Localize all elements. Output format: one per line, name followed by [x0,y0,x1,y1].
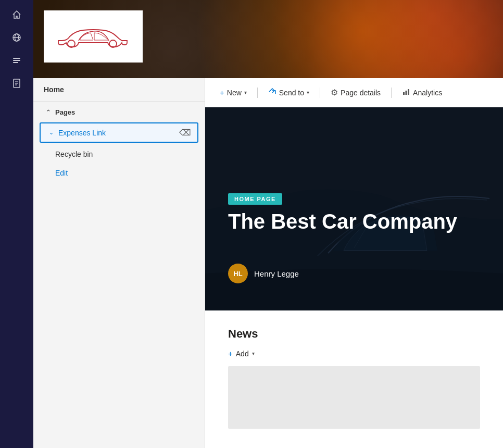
logo-svg [52,21,135,52]
svg-rect-12 [403,92,405,95]
nav-home-icon[interactable] [6,4,27,25]
hero-banner: HOME PAGE The Best Car Company HL Henry … [205,107,503,310]
add-chevron-icon: ▾ [252,351,255,356]
toolbar-divider-3 [391,88,392,98]
recycle-bin-link[interactable]: Recycle bin [33,145,205,164]
svg-point-10 [68,40,75,47]
svg-rect-14 [408,89,409,95]
expenses-link-label: Expenses Link [58,129,106,137]
chevron-up-icon[interactable]: ⌃ [44,108,52,116]
hero-badge: HOME PAGE [228,193,282,205]
expenses-link-item[interactable]: ⌄ Expenses Link ⌫ [40,122,198,143]
svg-rect-13 [406,91,407,95]
send-to-chevron-icon: ▾ [307,90,309,95]
nav-bar [0,0,33,448]
new-button[interactable]: + New ▾ [213,85,253,100]
news-section: News + Add ▾ [205,310,503,437]
main-area: Home ⌃ Pages ⌄ Expenses Link ⌫ Recycle b… [33,0,503,448]
site-header [33,0,503,78]
nav-feed-icon[interactable] [6,50,27,71]
new-chevron-icon: ▾ [244,90,247,95]
plus-icon: + [220,88,224,97]
svg-point-11 [109,40,117,47]
site-logo-box [44,10,143,63]
page-details-button[interactable]: ⚙ Page details [324,84,387,101]
hero-title: The Best Car Company [228,209,457,234]
send-icon [268,88,276,97]
sidebar-pages-label: Pages [55,108,75,116]
news-card-placeholder [228,366,480,429]
page-details-label: Page details [341,89,381,97]
page-content-inner: + New ▾ Send to ▾ [205,78,503,448]
analytics-icon [402,88,410,97]
page-toolbar: + New ▾ Send to ▾ [205,78,503,107]
svg-rect-4 [13,60,20,61]
edit-link[interactable]: Edit [33,164,205,182]
add-plus-icon: + [228,349,233,358]
svg-rect-3 [13,58,20,59]
gear-icon: ⚙ [331,88,338,97]
author-avatar: HL [228,264,248,283]
sidebar-pages-header: ⌃ Pages [33,102,205,120]
page-content: + New ▾ Send to ▾ [205,78,503,448]
add-button[interactable]: + Add ▾ [228,347,480,360]
new-label: New [227,89,242,97]
add-label: Add [236,350,249,358]
svg-rect-5 [13,62,18,63]
analytics-label: Analytics [413,89,442,97]
cursor-hand-icon: ⌫ [179,128,191,138]
news-title: News [228,327,480,341]
analytics-button[interactable]: Analytics [396,84,448,101]
toolbar-divider-2 [320,88,320,98]
author-name: Henry Legge [254,269,299,278]
nav-globe-icon[interactable] [6,27,27,48]
sidebar: Home ⌃ Pages ⌄ Expenses Link ⌫ Recycle b… [33,78,205,448]
content-row: Home ⌃ Pages ⌄ Expenses Link ⌫ Recycle b… [33,78,503,448]
nav-page-icon[interactable] [6,73,27,94]
sidebar-home-link[interactable]: Home [33,78,205,102]
send-to-button[interactable]: Send to ▾ [262,84,316,101]
expenses-chevron-icon: ⌄ [47,129,55,137]
toolbar-divider-1 [257,88,258,98]
send-to-label: Send to [279,89,304,97]
hero-author: HL Henry Legge [228,264,299,283]
